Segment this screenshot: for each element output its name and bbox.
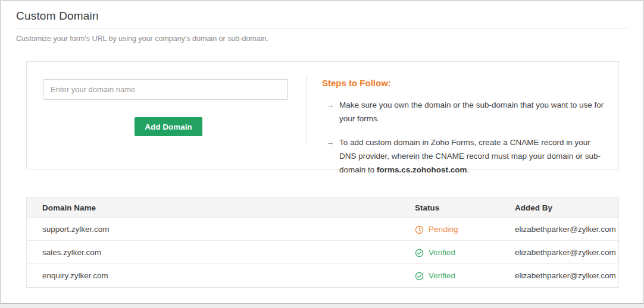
header-status: Status: [415, 203, 515, 212]
added-by-cell: elizabethparker@zylker.com: [515, 248, 618, 257]
added-by-cell: elizabethparker@zylker.com: [515, 225, 618, 234]
add-domain-panel: Add Domain Steps to Follow: → Make sure …: [26, 61, 619, 169]
step-text: To add custom domain in Zoho Forms, crea…: [339, 136, 607, 177]
clock-pending-icon: [415, 225, 424, 234]
step-text: Make sure you own the domain or the sub-…: [339, 98, 607, 125]
table-row: enquiry.zylker.com Verified elizabethpar…: [27, 264, 618, 287]
table-row: support.zylker.com Pending elizabethpark…: [27, 218, 618, 241]
domains-table: Domain Name Status Added By support.zylk…: [26, 197, 619, 288]
status-cell: Verified: [415, 248, 515, 257]
status-cell: Verified: [415, 271, 515, 280]
domain-name-cell: sales.zylker.com: [27, 248, 415, 257]
check-verified-icon: [415, 249, 424, 257]
step-item: → To add custom domain in Zoho Forms, cr…: [322, 136, 607, 177]
arrow-bullet-icon: →: [326, 98, 339, 125]
domain-name-cell: enquiry.zylker.com: [27, 271, 415, 280]
header-domain-name: Domain Name: [27, 203, 415, 212]
page-title: Custom Domain: [16, 10, 99, 23]
page-frame: Custom Domain Customize your form's URL …: [0, 0, 644, 308]
custom-domain-page: Custom Domain Customize your form's URL …: [0, 0, 644, 304]
header-added-by: Added By: [515, 203, 618, 212]
step-item: → Make sure you own the domain or the su…: [322, 98, 607, 125]
status-label: Verified: [429, 271, 455, 280]
page-subtitle: Customize your form's URL by using your …: [16, 34, 268, 43]
status-cell: Pending: [415, 225, 515, 234]
domain-name-input[interactable]: [43, 79, 288, 100]
dashed-divider: [306, 75, 307, 145]
added-by-cell: elizabethparker@zylker.com: [515, 271, 618, 280]
status-label: Pending: [429, 225, 458, 234]
steps-to-follow: Steps to Follow: → Make sure you own the…: [322, 78, 607, 177]
domain-name-cell: support.zylker.com: [27, 225, 415, 234]
table-header-row: Domain Name Status Added By: [27, 198, 618, 218]
step-text-part: .: [467, 165, 470, 174]
check-verified-icon: [415, 272, 424, 281]
status-label: Verified: [429, 248, 455, 257]
arrow-bullet-icon: →: [326, 136, 339, 177]
title-divider: [16, 29, 629, 29]
cname-target-host: forms.cs.zohohost.com: [377, 165, 467, 174]
add-domain-button[interactable]: Add Domain: [135, 117, 202, 136]
table-row: sales.zylker.com Verified elizabethparke…: [27, 241, 618, 264]
steps-heading: Steps to Follow:: [322, 78, 607, 88]
